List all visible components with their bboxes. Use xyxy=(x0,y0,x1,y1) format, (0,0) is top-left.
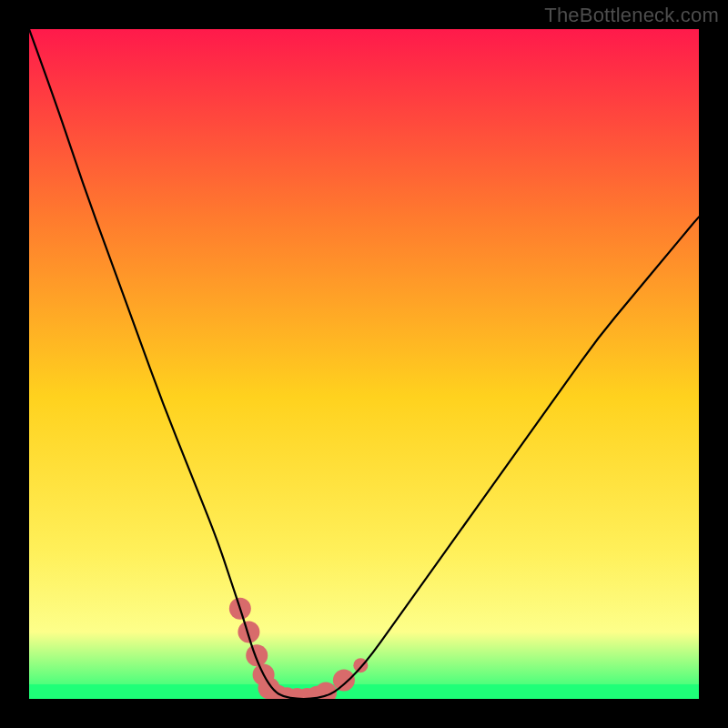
plot-area xyxy=(29,29,699,699)
curve-marker-dot xyxy=(246,644,268,666)
green-baseline-band xyxy=(29,684,699,699)
chart-frame: TheBottleneck.com xyxy=(0,0,728,728)
bottleneck-chart xyxy=(29,29,699,699)
watermark-text: TheBottleneck.com xyxy=(544,4,719,27)
curve-marker-dot xyxy=(333,669,355,691)
gradient-background xyxy=(29,29,699,699)
